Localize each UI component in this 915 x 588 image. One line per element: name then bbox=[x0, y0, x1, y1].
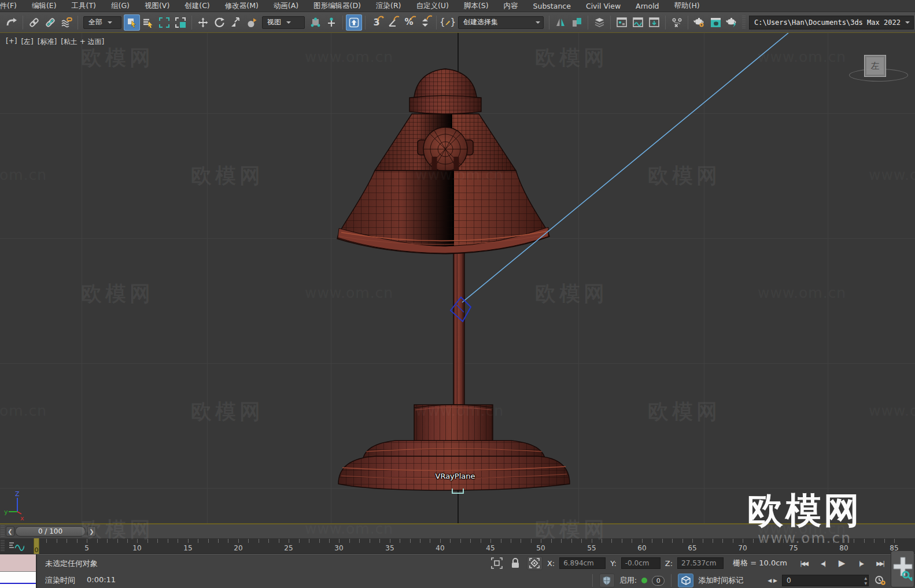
vrayplane-gizmo-icon[interactable] bbox=[452, 489, 464, 494]
menu-item-12[interactable]: 内容 bbox=[496, 1, 526, 11]
chevron-down-icon bbox=[905, 21, 910, 26]
schematic-view-button[interactable] bbox=[646, 14, 662, 31]
menu-item-16[interactable]: 帮助(H) bbox=[667, 1, 707, 11]
graph-editors-button[interactable] bbox=[614, 14, 630, 31]
menu-item-15[interactable]: Arnold bbox=[628, 2, 666, 10]
key-filters-clock-icon[interactable] bbox=[873, 574, 887, 587]
go-to-end-button[interactable]: ▶▶| bbox=[873, 557, 887, 569]
window-crossing-toggle-button[interactable] bbox=[172, 14, 189, 31]
frame-tick bbox=[420, 539, 420, 543]
select-and-rotate-button[interactable] bbox=[211, 14, 227, 31]
current-frame-spinner[interactable]: 0 ▲▼ bbox=[782, 575, 869, 586]
frame-tick bbox=[844, 539, 844, 543]
x-coordinate-field[interactable]: 6.894cm bbox=[559, 557, 606, 569]
select-and-manipulate-button[interactable] bbox=[323, 14, 340, 31]
percent-snap-toggle-button[interactable]: % bbox=[401, 14, 417, 31]
track-bar[interactable]: 0510152025303540455055606570758085 0 bbox=[0, 538, 915, 554]
select-by-name-button[interactable] bbox=[140, 14, 156, 31]
render-setup-button[interactable] bbox=[691, 14, 707, 31]
menu-item-14[interactable]: Civil View bbox=[578, 2, 628, 10]
frame-tick-label: 35 bbox=[378, 544, 401, 552]
menu-item-2[interactable]: 工具(T) bbox=[64, 1, 104, 11]
trackbar-grip[interactable] bbox=[1, 540, 5, 552]
select-and-link-button[interactable] bbox=[26, 14, 42, 31]
viewport-menu-pov[interactable]: [左] bbox=[21, 37, 33, 47]
maxscript-mini-listener[interactable] bbox=[0, 554, 37, 588]
toolbar-separator bbox=[688, 16, 688, 29]
menu-item-0[interactable]: 文件(F) bbox=[0, 1, 24, 11]
absolute-mode-transform-button[interactable] bbox=[527, 556, 543, 570]
use-pivot-center-button[interactable] bbox=[307, 14, 323, 31]
toggle-layer-explorer-button[interactable] bbox=[591, 14, 607, 31]
angle-snap-toggle-button[interactable] bbox=[385, 14, 401, 31]
time-tag-cube-button[interactable] bbox=[678, 574, 693, 587]
listener-macro-pane[interactable] bbox=[0, 554, 36, 572]
rectangular-selection-region-button[interactable] bbox=[156, 14, 172, 31]
next-frame-button[interactable]: |▶ bbox=[854, 557, 868, 569]
listener-script-pane[interactable] bbox=[0, 572, 36, 588]
menu-item-1[interactable]: 编辑(E) bbox=[24, 1, 64, 11]
align-button[interactable] bbox=[569, 14, 585, 31]
spinner-snap-toggle-button[interactable] bbox=[417, 14, 433, 31]
current-frame-marker[interactable]: 0 bbox=[34, 538, 39, 554]
curve-editor-button[interactable] bbox=[630, 14, 646, 31]
unlink-selection-button[interactable] bbox=[42, 14, 58, 31]
snaps-toggle-button[interactable]: 3 bbox=[368, 14, 385, 31]
viewcube[interactable]: 左 bbox=[864, 55, 886, 77]
menu-item-4[interactable]: 视图(V) bbox=[137, 1, 177, 11]
select-object-button[interactable] bbox=[124, 14, 140, 31]
menu-item-13[interactable]: Substance bbox=[526, 2, 578, 10]
viewport-left-orthographic[interactable]: [+] [左] [标准] [粘土 + 边面] 左 Z y x VRayPlane bbox=[0, 33, 915, 524]
edit-named-selection-sets-button[interactable]: { } bbox=[440, 14, 456, 31]
project-folder-dropdown[interactable]: C:\Users\Han\Documents\3ds Max 2022 bbox=[749, 16, 914, 29]
toolbar-separator bbox=[78, 16, 78, 29]
next-frame-arrow-button[interactable]: ❯ bbox=[87, 526, 96, 537]
spinner-arrows-icon[interactable]: ▲▼ bbox=[864, 576, 867, 586]
select-and-move-button[interactable] bbox=[195, 14, 211, 31]
viewport-menu-shading[interactable]: [粘土 + 边面] bbox=[61, 37, 104, 47]
z-coordinate-field[interactable]: 27.537cm bbox=[677, 557, 724, 569]
current-frame-number: 0 bbox=[34, 546, 39, 554]
material-editor-button[interactable] bbox=[669, 14, 685, 31]
frame-tick bbox=[359, 539, 360, 543]
selection-filter-dropdown[interactable]: 全部 bbox=[83, 16, 121, 29]
add-time-tag-text[interactable]: 添加时间标记 bbox=[698, 575, 743, 586]
open-mini-curve-editor-button[interactable] bbox=[7, 540, 24, 552]
previous-frame-arrow-button[interactable]: ❮ bbox=[6, 526, 14, 537]
security-warning-count[interactable]: 0 bbox=[652, 576, 665, 586]
frame-tick bbox=[611, 539, 612, 543]
menu-item-7[interactable]: 动画(A) bbox=[266, 1, 306, 11]
trackbar-grip[interactable] bbox=[1, 526, 5, 537]
scene-security-shield-button[interactable] bbox=[599, 574, 615, 587]
rendered-frame-window-button[interactable] bbox=[707, 14, 724, 31]
menu-item-8[interactable]: 图形编辑器(D) bbox=[306, 1, 368, 11]
bind-to-spacewarp-button[interactable] bbox=[58, 14, 75, 31]
viewport-menu-general[interactable]: [+] bbox=[6, 37, 17, 47]
y-coordinate-field[interactable]: -0.0cm bbox=[621, 557, 661, 569]
render-production-button[interactable] bbox=[724, 14, 740, 31]
play-animation-button[interactable]: ▶ bbox=[835, 557, 849, 569]
previous-frame-button[interactable]: ◀| bbox=[816, 557, 830, 569]
keyboard-shortcut-override-button[interactable] bbox=[346, 14, 362, 31]
time-slider[interactable]: 0 / 100 bbox=[15, 526, 86, 537]
frame-tick bbox=[622, 539, 622, 543]
menu-item-11[interactable]: 脚本(S) bbox=[456, 1, 496, 11]
menu-item-10[interactable]: 自定义(U) bbox=[408, 1, 456, 11]
menu-item-5[interactable]: 创建(C) bbox=[177, 1, 217, 11]
named-selection-set-dropdown[interactable]: 创建选择集 bbox=[458, 16, 544, 29]
isolate-selection-icon[interactable] bbox=[490, 557, 504, 569]
redo-button[interactable] bbox=[3, 14, 20, 31]
go-to-start-button[interactable]: |◀◀ bbox=[796, 557, 811, 569]
reference-coordinate-dropdown[interactable]: 视图 bbox=[262, 16, 305, 29]
select-and-place-button[interactable] bbox=[243, 14, 260, 31]
key-mode-toggle-arrows[interactable]: ◀▶ bbox=[768, 578, 777, 583]
select-and-scale-button[interactable] bbox=[227, 14, 243, 31]
set-key-button[interactable] bbox=[891, 550, 914, 587]
mirror-button[interactable] bbox=[552, 14, 569, 31]
toolbar-grip[interactable] bbox=[742, 16, 746, 29]
viewport-menu-standard[interactable]: [标准] bbox=[38, 37, 57, 47]
menu-item-6[interactable]: 修改器(M) bbox=[217, 1, 266, 11]
menu-item-3[interactable]: 组(G) bbox=[104, 1, 137, 11]
menu-item-9[interactable]: 渲染(R) bbox=[368, 1, 408, 11]
selection-lock-icon[interactable] bbox=[508, 557, 522, 569]
